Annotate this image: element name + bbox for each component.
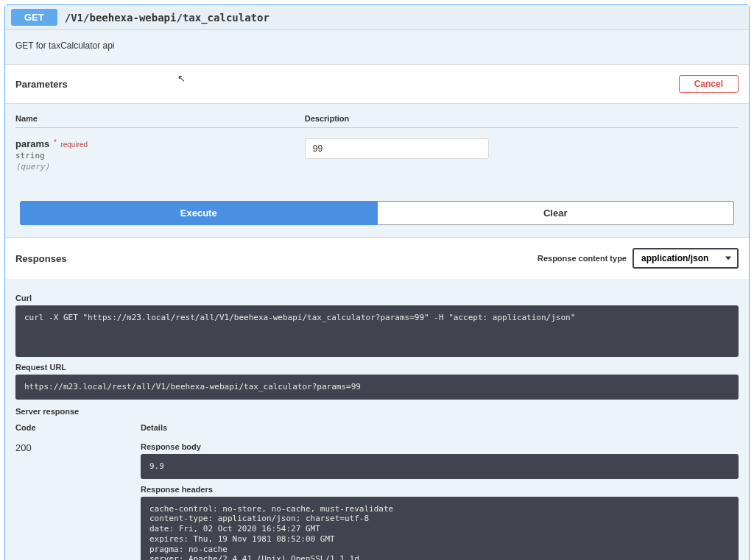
- parameter-name: params: [15, 138, 49, 149]
- content-type-select[interactable]: application/json: [633, 248, 739, 269]
- http-method-badge: GET: [11, 9, 57, 26]
- curl-command-box[interactable]: curl -X GET "https://m23.local/rest/all/…: [15, 305, 739, 357]
- endpoint-header[interactable]: GET /V1/beehexa-webapi/tax_calculator: [5, 5, 749, 30]
- response-body-box[interactable]: 9.9: [141, 454, 739, 479]
- request-url-label: Request URL: [15, 363, 739, 372]
- parameter-type: string: [15, 151, 305, 160]
- content-type-wrap: Response content type application/json: [538, 248, 739, 269]
- required-star-icon: *: [54, 138, 57, 146]
- status-code: 200: [15, 442, 141, 453]
- parameter-value-cell: [305, 138, 739, 159]
- parameter-in: (query): [15, 162, 305, 171]
- parameters-title: Parameters: [15, 79, 68, 90]
- content-type-select-wrap: application/json: [633, 248, 739, 269]
- action-buttons: Execute Clear: [5, 189, 749, 237]
- endpoint-description: GET for taxCalculator api: [5, 30, 749, 64]
- required-label: required: [60, 141, 88, 149]
- params-input[interactable]: [305, 138, 489, 159]
- parameters-section-header: Parameters Cancel: [5, 64, 749, 104]
- parameters-table: Name Description params * required strin…: [5, 104, 749, 189]
- result-block: Curl curl -X GET "https://m23.local/rest…: [5, 279, 749, 560]
- clear-button[interactable]: Clear: [378, 201, 735, 225]
- cancel-button[interactable]: Cancel: [679, 75, 739, 93]
- responses-title: Responses: [15, 253, 66, 264]
- col-header-details: Details: [141, 423, 739, 432]
- responses-section-header: Responses Response content type applicat…: [5, 237, 749, 279]
- server-response-head: Code Details: [15, 423, 739, 432]
- response-headers-label: Response headers: [141, 485, 739, 494]
- col-header-code: Code: [15, 423, 141, 432]
- content-type-label: Response content type: [538, 254, 627, 263]
- endpoint-path: /V1/beehexa-webapi/tax_calculator: [65, 12, 269, 24]
- curl-label: Curl: [15, 294, 739, 302]
- server-response-row: 200 Response body 9.9 Response headers c…: [15, 442, 739, 560]
- response-headers-box[interactable]: cache-control: no-store, no-cache, must-…: [141, 497, 739, 561]
- response-body-label: Response body: [141, 442, 739, 451]
- execute-button[interactable]: Execute: [20, 201, 378, 225]
- parameters-table-head: Name Description: [15, 114, 739, 128]
- parameter-name-cell: params * required string (query): [15, 138, 305, 171]
- server-response-label: Server response: [15, 407, 739, 416]
- parameter-row: params * required string (query): [15, 135, 739, 186]
- operation-block: ↖ GET /V1/beehexa-webapi/tax_calculator …: [4, 4, 750, 560]
- col-header-name: Name: [15, 114, 305, 123]
- col-header-description: Description: [305, 114, 739, 123]
- request-url-box[interactable]: https://m23.local/rest/all/V1/beehexa-we…: [15, 375, 739, 400]
- response-detail: Response body 9.9 Response headers cache…: [141, 442, 739, 560]
